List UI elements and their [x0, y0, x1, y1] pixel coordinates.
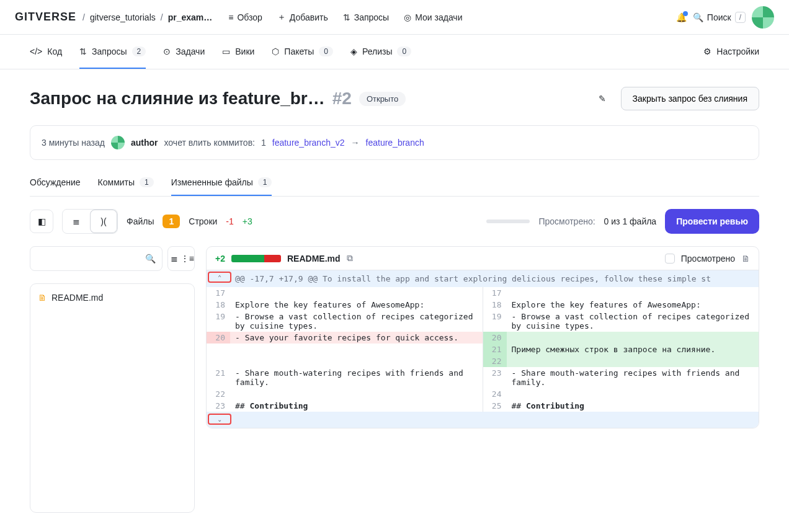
- diff-line[interactable]: [207, 355, 483, 367]
- avatar[interactable]: [752, 6, 774, 29]
- expand-up-button[interactable]: ⌃: [208, 272, 231, 283]
- files-count-badge: 1: [163, 215, 180, 228]
- unified-view-button[interactable]: ≣: [63, 210, 90, 233]
- diff-line[interactable]: 20: [483, 332, 759, 344]
- topnav: ≡Обзор ＋Добавить ⇅Запросы ◎Мои задачи: [228, 12, 462, 23]
- file-copy-icon[interactable]: 🗎: [741, 254, 750, 264]
- diff-line[interactable]: 18Explore the key features of AwesomeApp…: [207, 299, 483, 311]
- line-number: 23: [207, 400, 230, 412]
- code-content: - Share mouth-watering recipes with frie…: [507, 367, 759, 388]
- prtab-files[interactable]: Измененные файлы1: [171, 170, 272, 196]
- split-view-button[interactable]: )(: [90, 210, 117, 233]
- pr-number: #2: [332, 89, 352, 109]
- diff-line[interactable]: 17: [207, 287, 483, 299]
- pr-title: Запрос на слияние из feature_br…: [30, 89, 325, 109]
- pr-header: Запрос на слияние из feature_br… #2 Откр…: [30, 87, 759, 110]
- file-tree: 🗎 README.md: [30, 283, 195, 513]
- review-button[interactable]: Провести ревью: [665, 209, 759, 234]
- pr-tabs: Обсуждение Коммиты1 Измененные файлы1: [30, 170, 759, 197]
- code-content: [507, 287, 759, 299]
- search-button[interactable]: 🔍Поиск/: [693, 12, 746, 23]
- tab-releases[interactable]: ◈Релизы0: [350, 35, 411, 69]
- pr-icon: ⇅: [343, 12, 350, 22]
- tag-icon: ◈: [350, 47, 357, 56]
- notifications-button[interactable]: 🔔: [676, 12, 687, 22]
- tree-nested-button[interactable]: ⋮≡: [181, 247, 194, 270]
- source-branch[interactable]: feature_branch_v2: [272, 138, 345, 148]
- tab-issues[interactable]: ⊙Задачи: [163, 35, 205, 69]
- diff-line[interactable]: 23## Contributing: [207, 400, 483, 412]
- diff-line[interactable]: 24: [483, 388, 759, 400]
- chevron-up-icon: ⌃: [218, 274, 221, 281]
- code-content: [507, 332, 759, 344]
- toggle-tree-button[interactable]: ◧: [30, 210, 53, 233]
- notification-dot: [683, 11, 688, 16]
- sliders-icon: ⚙: [703, 47, 711, 56]
- line-number: 20: [207, 332, 230, 344]
- diff-line[interactable]: 23- Share mouth-watering recipes with fr…: [483, 367, 759, 388]
- diff-line[interactable]: 20- Save your favorite recipes for quick…: [207, 332, 483, 344]
- diff-line[interactable]: 25## Contributing: [483, 400, 759, 412]
- tab-requests[interactable]: ⇅Запросы2: [79, 35, 146, 69]
- file-tree-item[interactable]: 🗎 README.md: [30, 288, 194, 308]
- diff-right-column: 1718Explore the key features of AwesomeA…: [483, 287, 759, 412]
- arrow-right-icon: →: [351, 138, 360, 148]
- nav-tasks[interactable]: ◎Мои задачи: [404, 12, 462, 22]
- issue-icon: ⊙: [163, 47, 171, 56]
- code-content: [507, 388, 759, 400]
- plus-icon: ＋: [277, 12, 286, 23]
- logo[interactable]: GITVERSE: [15, 11, 76, 24]
- unified-icon: ≣: [73, 216, 80, 226]
- target-branch[interactable]: feature_branch: [366, 138, 424, 148]
- diff-line[interactable]: 17: [483, 287, 759, 299]
- expand-down-button[interactable]: ⌄: [208, 414, 231, 425]
- code-content: [230, 287, 483, 299]
- code-content: Explore the key features of AwesomeApp:: [507, 299, 759, 311]
- nav-overview[interactable]: ≡Обзор: [228, 12, 262, 22]
- tab-packages[interactable]: ⬡Пакеты0: [272, 35, 333, 69]
- code-icon: </>: [30, 47, 42, 56]
- diff-line[interactable]: 22: [207, 388, 483, 400]
- viewed-checkbox[interactable]: [665, 254, 675, 264]
- search-kbd: /: [735, 12, 746, 23]
- lines-deleted: -1: [226, 216, 233, 226]
- code-content: [507, 355, 759, 367]
- package-icon: ⬡: [272, 47, 279, 56]
- requests-count: 2: [132, 47, 146, 56]
- tree-view-toggle: ≣ ⋮≡: [167, 246, 195, 271]
- edit-title-button[interactable]: ✎: [591, 87, 613, 110]
- line-number: 19: [207, 311, 230, 332]
- diff-line[interactable]: 22: [483, 355, 759, 367]
- code-content: - Share mouth-watering recipes with frie…: [230, 367, 483, 388]
- tab-wiki[interactable]: ▭Вики: [222, 35, 254, 69]
- target-icon: ◎: [404, 12, 411, 22]
- diff-line[interactable]: 19- Browse a vast collection of recipes …: [207, 311, 483, 332]
- line-number: 17: [483, 287, 507, 299]
- lines-label: Строки: [189, 216, 217, 226]
- author-avatar[interactable]: [111, 136, 125, 149]
- diff-line[interactable]: 18Explore the key features of AwesomeApp…: [483, 299, 759, 311]
- close-pr-button[interactable]: Закрыть запрос без слияния: [621, 87, 759, 110]
- status-badge: Открыто: [359, 92, 406, 106]
- diff-line[interactable]: 19- Browse a vast collection of recipes …: [483, 311, 759, 332]
- diff-line[interactable]: 21Пример смежных строк в запросе на слия…: [483, 344, 759, 355]
- breadcrumb-org[interactable]: gitverse_tutorials: [90, 12, 156, 22]
- diff-line[interactable]: [207, 344, 483, 355]
- diff-line[interactable]: 21- Share mouth-watering recipes with fr…: [207, 367, 483, 388]
- tree-list-button[interactable]: ≣: [168, 247, 181, 270]
- file-search-input[interactable]: [37, 254, 145, 264]
- nav-requests[interactable]: ⇅Запросы: [343, 12, 389, 22]
- tab-code[interactable]: </>Код: [30, 35, 62, 69]
- nav-add[interactable]: ＋Добавить: [277, 12, 328, 23]
- file-search[interactable]: 🔍: [30, 246, 163, 271]
- author-name[interactable]: author: [131, 138, 158, 148]
- diff-grid: 1718Explore the key features of AwesomeA…: [207, 287, 759, 412]
- code-content: [230, 344, 483, 355]
- breadcrumb-repo[interactable]: pr_exam…: [168, 12, 213, 22]
- tab-settings[interactable]: ⚙Настройки: [703, 35, 759, 69]
- diff-view-toggle: ≣ )(: [62, 209, 118, 234]
- commit-count: 1: [261, 138, 266, 148]
- prtab-discussion[interactable]: Обсуждение: [30, 170, 81, 196]
- copy-icon[interactable]: ⧉: [347, 253, 353, 264]
- prtab-commits[interactable]: Коммиты1: [98, 170, 154, 196]
